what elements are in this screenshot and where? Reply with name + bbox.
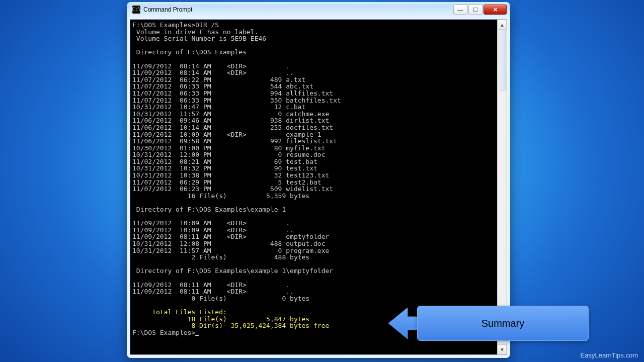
svg-marker-0 bbox=[388, 308, 418, 339]
volume-line-1: Volume in drive F has no label. bbox=[132, 29, 496, 36]
console-output[interactable]: F:\DOS Examples>DIR /S Volume in drive F… bbox=[130, 20, 498, 354]
dir2-list: 11/09/2012 10:09 AM <DIR> . 11/09/2012 1… bbox=[132, 220, 496, 261]
blank bbox=[132, 275, 496, 282]
command-prompt-window: C:\ Command Prompt — ☐ ✕ F:\DOS Examples… bbox=[127, 2, 510, 358]
blank bbox=[132, 56, 496, 63]
blank bbox=[132, 42, 496, 49]
dir1-list: 11/09/2012 08:14 AM <DIR> . 11/09/2012 0… bbox=[132, 63, 496, 200]
maximize-icon: ☐ bbox=[473, 7, 478, 13]
dir3-list: 11/09/2012 08:11 AM <DIR> . 11/09/2012 0… bbox=[132, 282, 496, 302]
dir1-header: Directory of F:\DOS Examples bbox=[132, 49, 496, 56]
volume-line-2: Volume Serial Number is 5E9B-EE46 bbox=[132, 35, 496, 42]
dir3-header: Directory of F:\DOS Examples\example 1\e… bbox=[132, 267, 496, 275]
scroll-down-button[interactable]: ▼ bbox=[498, 344, 507, 354]
summary-callout: Summary bbox=[387, 306, 589, 341]
maximize-button[interactable]: ☐ bbox=[468, 5, 482, 15]
scroll-up-button[interactable]: ▲ bbox=[498, 20, 507, 30]
blank bbox=[132, 199, 496, 206]
watermark-text: EasyLearnTips.com bbox=[581, 351, 638, 359]
minimize-icon: — bbox=[458, 7, 463, 13]
cursor-icon bbox=[195, 335, 199, 336]
arrow-left-icon bbox=[387, 306, 418, 341]
close-icon: ✕ bbox=[493, 7, 498, 13]
close-button[interactable]: ✕ bbox=[484, 5, 507, 15]
title-bar[interactable]: C:\ Command Prompt — ☐ ✕ bbox=[127, 3, 510, 17]
scroll-thumb[interactable] bbox=[499, 30, 506, 91]
blank bbox=[132, 213, 496, 220]
dir2-header: Directory of F:\DOS Examples\example 1 bbox=[132, 206, 496, 213]
console-frame: F:\DOS Examples>DIR /S Volume in drive F… bbox=[130, 19, 507, 355]
blank bbox=[132, 261, 496, 268]
minimize-button[interactable]: — bbox=[453, 5, 467, 15]
summary-label: Summary bbox=[417, 306, 589, 341]
cmd-line: F:\DOS Examples>DIR /S bbox=[132, 22, 496, 29]
window-title: Command Prompt bbox=[143, 7, 453, 13]
app-icon: C:\ bbox=[132, 6, 140, 14]
vertical-scrollbar[interactable]: ▲ ▼ bbox=[497, 20, 507, 354]
